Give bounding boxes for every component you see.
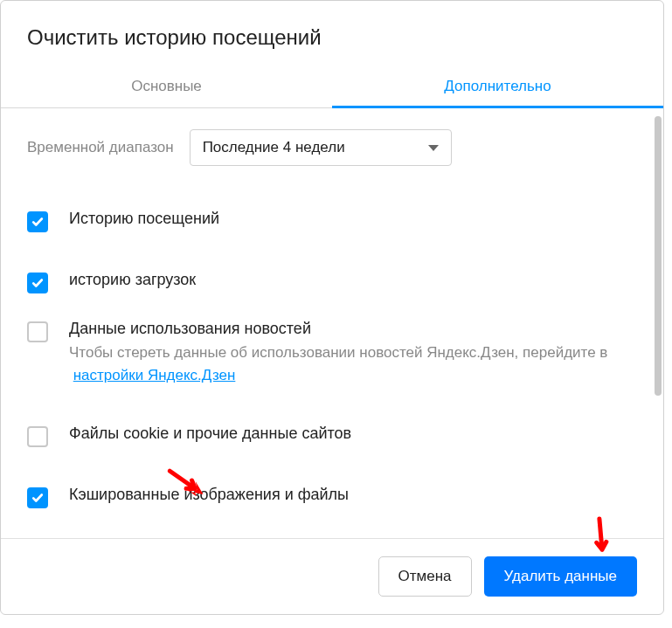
option-label: Данные использования новостей [69, 320, 637, 338]
clear-history-dialog: Очистить историю посещений Основные Допо… [0, 0, 664, 615]
dialog-footer: Отмена Удалить данные [1, 538, 663, 614]
delete-data-button[interactable]: Удалить данные [484, 556, 637, 597]
chevron-down-icon [428, 145, 439, 151]
option-download-history: историю загрузок [27, 271, 637, 293]
option-text: Данные использования новостей Чтобы стер… [69, 320, 637, 386]
zen-settings-link[interactable]: настройки Яндекс.Дзен [73, 367, 236, 383]
cancel-button[interactable]: Отмена [378, 556, 472, 597]
option-label: Историю посещений [69, 210, 219, 228]
tab-advanced[interactable]: Дополнительно [332, 67, 663, 107]
tab-basic[interactable]: Основные [1, 67, 332, 107]
checkbox-download-history[interactable] [27, 273, 48, 293]
time-range-value: Последние 4 недели [203, 139, 345, 156]
option-browsing-history: Историю посещений [27, 210, 637, 232]
check-icon [31, 216, 44, 228]
time-range-row: Временной диапазон Последние 4 недели [27, 129, 637, 166]
checkbox-browsing-history[interactable] [27, 211, 48, 232]
option-label: Кэшированные изображения и файлы [69, 486, 349, 504]
check-icon [31, 492, 44, 504]
check-icon [31, 277, 44, 289]
scrollbar-thumb[interactable] [655, 116, 662, 396]
dialog-title: Очистить историю посещений [27, 25, 637, 50]
option-cookies: Файлы cookie и прочие данные сайтов [27, 424, 637, 447]
dialog-header: Очистить историю посещений [1, 1, 663, 67]
time-range-select[interactable]: Последние 4 недели [190, 129, 452, 166]
tabs: Основные Дополнительно [1, 67, 663, 108]
option-label: историю загрузок [69, 271, 196, 289]
option-description: Чтобы стереть данные об использовании но… [69, 342, 637, 386]
option-cache: Кэшированные изображения и файлы [27, 486, 637, 508]
checkbox-news-usage[interactable] [27, 321, 48, 342]
checkbox-cookies[interactable] [27, 426, 48, 447]
dialog-body: Временной диапазон Последние 4 недели Ис… [1, 108, 663, 538]
option-news-usage: Данные использования новостей Чтобы стер… [27, 320, 637, 386]
time-range-label: Временной диапазон [27, 139, 174, 156]
checkbox-cache[interactable] [27, 487, 48, 508]
option-label: Файлы cookie и прочие данные сайтов [69, 424, 351, 443]
